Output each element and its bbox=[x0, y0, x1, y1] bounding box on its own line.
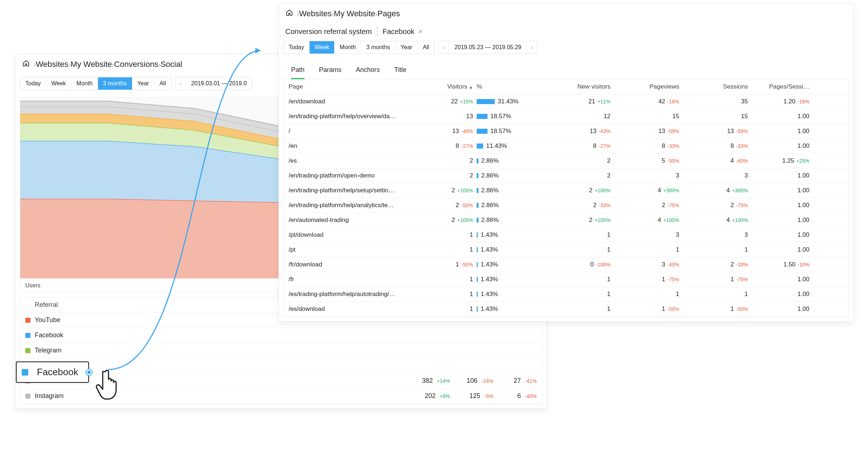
column-header[interactable]: Pageviews bbox=[614, 83, 683, 90]
table-row[interactable]: /13 -48%18.57%13 -43%13 -59%13 -59%1.00 bbox=[284, 124, 848, 139]
referral-popout-facebook[interactable]: Facebook bbox=[16, 361, 89, 383]
date-range-display[interactable]: 2019.03.01 — 2019.0 bbox=[186, 77, 252, 90]
cell-value: 2 -75% bbox=[683, 202, 752, 209]
table-row[interactable]: /en8 -27%11.43%8 -27%8 -33%8 -33%1.00 bbox=[284, 139, 848, 154]
referral-row-vk[interactable]: VK382 +14%106 -24%27 -41% bbox=[20, 373, 542, 389]
cell-value: 1 bbox=[614, 291, 683, 298]
date-nav-left: ‹ 2019.03.01 — 2019.0 bbox=[175, 77, 252, 90]
prev-range-button[interactable]: ‹ bbox=[439, 42, 450, 53]
cell-percent: 2.86% bbox=[477, 187, 542, 194]
range-seg-3-months[interactable]: 3 months bbox=[98, 77, 132, 90]
table-row[interactable]: /en/trading-platform/help/setup/settin…2… bbox=[284, 183, 848, 198]
table-row[interactable]: /en/automated-trading2 +100%2.86%2 +100%… bbox=[284, 213, 848, 228]
range-segments-right: TodayWeekMonth3 monthsYearAll bbox=[283, 41, 435, 54]
range-seg-all[interactable]: All bbox=[418, 41, 434, 53]
cell-value: 4 +300% bbox=[614, 187, 683, 194]
next-range-button[interactable]: › bbox=[526, 42, 537, 53]
table-row[interactable]: /es22.86%25 -50%4 -60%1.25 +25% bbox=[284, 154, 848, 168]
table-row[interactable]: /en/trading-platform/open-demo22.86%2331… bbox=[284, 168, 848, 183]
breadcrumb-node[interactable]: Websites bbox=[36, 60, 68, 69]
cell-percent: 18.57% bbox=[477, 113, 542, 120]
cell-value: 1 bbox=[419, 291, 477, 298]
tab-params[interactable]: Params bbox=[319, 66, 341, 79]
cell-value: 1.00 bbox=[752, 113, 813, 120]
table-row[interactable]: /en/trading-platform/help/analytics/te…2… bbox=[284, 198, 848, 213]
home-icon[interactable] bbox=[285, 9, 293, 18]
cell-value: 1 bbox=[419, 276, 477, 283]
table-row[interactable]: /pt11.43%1111.00 bbox=[284, 243, 848, 257]
range-seg-year[interactable]: Year bbox=[396, 41, 418, 53]
column-header[interactable]: Pages/Sessi… bbox=[752, 83, 813, 90]
cell-percent: 31.43% bbox=[477, 98, 542, 105]
table-row[interactable]: /en/download22 +10%31.43%21 +11%42 -18%3… bbox=[284, 94, 848, 109]
cell-value: 1.00 bbox=[752, 202, 813, 209]
cell-value: 1.20 -18% bbox=[752, 98, 813, 105]
referral-row-instagram[interactable]: Instagram202 +9%125 -5%6 -40% bbox=[20, 389, 542, 404]
column-header[interactable]: Page bbox=[289, 83, 419, 90]
table-row[interactable]: /en/trading-platform/help/overview/da…13… bbox=[284, 109, 848, 124]
referral-row-qq[interactable]: QQ bbox=[20, 358, 542, 373]
referral-name: Telegram bbox=[35, 347, 143, 354]
range-seg-today[interactable]: Today bbox=[20, 77, 46, 90]
breadcrumb-node[interactable]: Pages bbox=[378, 9, 400, 18]
cell-value: 13 bbox=[419, 113, 477, 120]
cell-page: /es bbox=[289, 157, 419, 164]
cell-value: 2 -33% bbox=[683, 261, 752, 268]
table-row[interactable]: /es/trading-platform/help/autotrading/…1… bbox=[284, 287, 848, 302]
breadcrumb-node[interactable]: Websites bbox=[299, 9, 332, 18]
swatch-icon bbox=[25, 348, 30, 353]
connector-dot bbox=[86, 369, 92, 375]
cell-value: 13 -43% bbox=[542, 128, 614, 135]
cell-percent: 2.86% bbox=[477, 202, 542, 209]
table-row[interactable]: /es/download11.43%11 -50%1 -50%1.00 bbox=[284, 302, 848, 317]
range-seg-week[interactable]: Week bbox=[310, 41, 335, 53]
table-row[interactable]: /pt/download11.43%1331.00 bbox=[284, 228, 848, 243]
cell-page: /en/trading-platform/help/setup/settin… bbox=[289, 187, 419, 194]
date-nav-right: ‹ 2019.05.23 — 2019.05.29 › bbox=[438, 41, 537, 54]
cell-percent: 18.57% bbox=[477, 128, 542, 135]
breadcrumb-node[interactable]: Conversions bbox=[114, 60, 158, 69]
range-seg-week[interactable]: Week bbox=[46, 77, 72, 90]
cell-percent: 1.43% bbox=[477, 246, 542, 253]
range-seg-month[interactable]: Month bbox=[71, 77, 98, 90]
breadcrumb-node[interactable]: Social bbox=[161, 60, 182, 69]
cell-value: 1 bbox=[419, 305, 477, 313]
filter-chip-facebook[interactable]: Facebook ✕ bbox=[383, 27, 423, 36]
cell-value: 0 -100% bbox=[542, 261, 614, 268]
tab-title[interactable]: Title bbox=[394, 66, 406, 79]
swatch-icon bbox=[25, 318, 30, 323]
referral-row-telegram[interactable]: Telegram bbox=[20, 343, 542, 358]
range-seg-year[interactable]: Year bbox=[132, 77, 154, 90]
cell-page: /en/download bbox=[289, 98, 419, 105]
referral-metric: 202 +9% bbox=[407, 392, 450, 400]
cell-value: 2 +100% bbox=[419, 217, 477, 224]
prev-range-button[interactable]: ‹ bbox=[175, 78, 186, 89]
tab-path[interactable]: Path bbox=[291, 66, 305, 79]
column-header[interactable]: % bbox=[477, 83, 542, 90]
home-icon[interactable] bbox=[22, 60, 30, 69]
column-header[interactable]: Sessions bbox=[683, 83, 752, 90]
column-header[interactable]: New visitors bbox=[542, 83, 614, 90]
cell-value: 4 +100% bbox=[614, 217, 683, 224]
column-header[interactable]: Visitors▲ bbox=[419, 83, 477, 90]
date-range-display[interactable]: 2019.05.23 — 2019.05.29 bbox=[449, 41, 526, 53]
close-icon[interactable]: ✕ bbox=[418, 28, 423, 35]
pages-grid: PageVisitors▲%New visitorsPageviewsSessi… bbox=[283, 80, 849, 317]
referral-row-facebook[interactable]: Facebook bbox=[20, 328, 542, 343]
cell-value: 1.00 bbox=[752, 305, 813, 313]
cell-value: 1 bbox=[419, 231, 477, 239]
cell-page: /en/trading-platform/open-demo bbox=[289, 172, 419, 179]
cell-value: 13 -59% bbox=[683, 128, 752, 135]
range-seg-month[interactable]: Month bbox=[335, 41, 361, 53]
range-seg-all[interactable]: All bbox=[154, 77, 171, 90]
table-row[interactable]: /fr/download1 -50%1.43%0 -100%3 -40%2 -3… bbox=[284, 257, 848, 272]
range-seg-today[interactable]: Today bbox=[284, 41, 310, 53]
table-row[interactable]: /fr11.43%11 -75%1 -75%1.00 bbox=[284, 272, 848, 287]
breadcrumb-node[interactable]: My Website bbox=[71, 60, 112, 69]
pages-panel: ›Websites›My Website›Pages Conversion re… bbox=[278, 4, 854, 322]
referral-name: Facebook bbox=[35, 331, 143, 339]
range-seg-3-months[interactable]: 3 months bbox=[361, 41, 396, 53]
breadcrumb-node[interactable]: My Website bbox=[334, 9, 375, 18]
cell-value: 3 bbox=[683, 172, 752, 179]
tab-anchors[interactable]: Anchors bbox=[356, 66, 380, 79]
